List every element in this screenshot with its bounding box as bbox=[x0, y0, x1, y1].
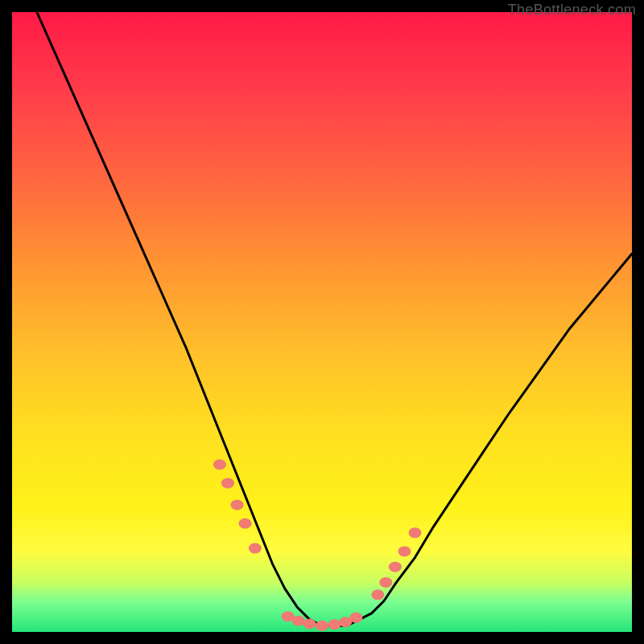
marker-bottom bbox=[328, 619, 341, 630]
plot-area bbox=[12, 12, 632, 632]
marker-right bbox=[379, 577, 392, 588]
marker-bottom bbox=[303, 618, 316, 629]
marker-left bbox=[213, 460, 226, 470]
marker-bottom bbox=[292, 616, 305, 626]
marker-right bbox=[398, 546, 411, 556]
marker-left bbox=[249, 543, 262, 554]
marker-bottom bbox=[316, 621, 328, 631]
marker-bottom bbox=[349, 613, 362, 623]
watermark-text: TheBottleneck.com bbox=[508, 2, 636, 19]
marker-left bbox=[231, 500, 244, 510]
marker-left bbox=[221, 478, 234, 489]
marker-right bbox=[389, 562, 402, 572]
marker-right bbox=[371, 589, 384, 600]
chart-frame: TheBottleneck.com bbox=[0, 0, 644, 644]
bottleneck-curve bbox=[37, 12, 632, 625]
marker-left bbox=[239, 518, 252, 529]
curve-svg bbox=[12, 12, 632, 632]
marker-right bbox=[409, 527, 422, 538]
